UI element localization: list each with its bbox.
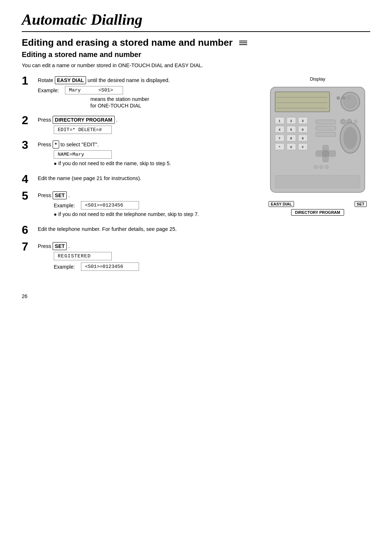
- step-2-content: Press DIRECTORY PROGRAM . EDIT=* DELETE=…: [38, 116, 254, 134]
- display-box-7: REGISTERED: [54, 252, 112, 260]
- step-4-text: Edit the name (see page 21 for instructi…: [38, 175, 254, 182]
- example-display-7: <S01>=0123456: [81, 262, 139, 271]
- svg-point-37: [340, 119, 346, 124]
- step-7-display: REGISTERED: [54, 252, 254, 260]
- directory-program-label-container: DIRECTORY PROGRAM: [265, 209, 370, 216]
- step-number-5: 5: [22, 190, 38, 201]
- example-display-5: <S01>=0123456: [81, 201, 139, 209]
- step-1-content: Rotate EASY DIAL until the desired name …: [38, 76, 254, 109]
- svg-point-9: [347, 96, 351, 100]
- step-3-content: Press * to select "EDIT". NAME=Mary If y…: [38, 140, 254, 168]
- step-number-4: 4: [22, 173, 38, 185]
- set-key-7: SET: [53, 242, 67, 250]
- svg-text:0: 0: [290, 145, 292, 149]
- step-7-content: Press SET . REGISTERED Example: <S01>=01…: [38, 242, 254, 272]
- section-title: Editing and erasing a stored name and nu…: [22, 37, 370, 48]
- means-text: means the station numberfor ONE-TOUCH DI…: [90, 96, 254, 109]
- step-6-text: Edit the telephone number. For further d…: [38, 225, 254, 233]
- step-1-text: Rotate EASY DIAL until the desired name …: [38, 76, 254, 84]
- example-label-5: Example:: [54, 203, 77, 208]
- steps-column: 1 Rotate EASY DIAL until the desired nam…: [22, 76, 254, 279]
- step-5: 5 Press SET . Example: <S01>=0123456 If …: [22, 191, 254, 219]
- svg-text:7: 7: [278, 137, 280, 140]
- step-4-content: Edit the name (see page 21 for instructi…: [38, 175, 254, 184]
- svg-point-42: [322, 150, 329, 157]
- svg-text:8: 8: [290, 137, 292, 140]
- svg-rect-1: [275, 92, 330, 112]
- svg-point-8: [342, 96, 346, 100]
- step-number-7: 7: [22, 241, 38, 252]
- svg-rect-34: [316, 120, 336, 124]
- svg-text:*: *: [279, 145, 280, 149]
- set-button-label: SET: [355, 201, 367, 207]
- svg-rect-48: [275, 175, 360, 188]
- svg-rect-35: [316, 126, 336, 130]
- example-label-1: Example:: [38, 87, 61, 93]
- step-5-example: Example: <S01>=0123456: [54, 201, 254, 209]
- svg-text:3: 3: [302, 119, 303, 123]
- display-label: Display: [265, 76, 370, 82]
- display-box-2: EDIT=* DELETE=#: [54, 126, 112, 134]
- svg-text:#: #: [302, 145, 303, 149]
- subsection-title: Editing a stored name and number: [22, 50, 370, 59]
- svg-text:9: 9: [302, 137, 303, 140]
- svg-text:6: 6: [302, 128, 303, 131]
- svg-text:1: 1: [278, 119, 280, 123]
- step-6: 6 Edit the telephone number. For further…: [22, 225, 254, 236]
- svg-point-45: [325, 165, 328, 169]
- svg-point-7: [336, 96, 340, 100]
- step-3-display: NAME=Mary: [54, 150, 254, 159]
- step-1-example: Example: Mary <S01>: [38, 86, 254, 94]
- step-7: 7 Press SET . REGISTERED Example: <S01>=…: [22, 242, 254, 272]
- step-number-1: 1: [22, 75, 38, 86]
- step-1: 1 Rotate EASY DIAL until the desired nam…: [22, 76, 254, 109]
- step-5-content: Press SET . Example: <S01>=0123456 If yo…: [38, 191, 254, 219]
- device-illustration: 1 2 3 4 5 6 7 8 9: [265, 85, 370, 199]
- set-key-5: SET: [53, 191, 67, 199]
- example-label-7: Example:: [54, 264, 77, 270]
- svg-point-47: [344, 127, 357, 149]
- step-2: 2 Press DIRECTORY PROGRAM . EDIT=* DELET…: [22, 116, 254, 134]
- intro-text: You can edit a name or number stored in …: [22, 62, 370, 68]
- device-bottom-labels: EASY DIAL SET: [269, 201, 367, 207]
- step-number-2: 2: [22, 114, 38, 126]
- step-2-text: Press DIRECTORY PROGRAM .: [38, 116, 254, 124]
- page-number: 26: [22, 293, 370, 299]
- easy-dial-button-label: EASY DIAL: [269, 201, 294, 207]
- display-box-3: NAME=Mary: [54, 150, 112, 159]
- step-4: 4 Edit the name (see page 21 for instruc…: [22, 175, 254, 185]
- step-7-text: Press SET .: [38, 242, 254, 250]
- step-number-3: 3: [22, 139, 38, 151]
- step-number-6: 6: [22, 224, 38, 236]
- svg-point-43: [314, 165, 318, 169]
- lines-icon: [239, 41, 247, 45]
- step-5-note: If you do not need to edit the telephone…: [54, 211, 254, 218]
- svg-text:2: 2: [290, 119, 292, 123]
- page-title: Automatic Dialling: [22, 11, 370, 32]
- example-display-1: Mary <S01>: [65, 86, 123, 94]
- star-key: *: [53, 140, 59, 148]
- svg-text:4: 4: [278, 128, 280, 131]
- directory-program-button-label: DIRECTORY PROGRAM: [291, 209, 344, 216]
- step-3-text: Press * to select "EDIT".: [38, 140, 254, 148]
- step-2-display: EDIT=* DELETE=#: [54, 126, 254, 134]
- directory-program-key-2: DIRECTORY PROGRAM: [53, 116, 114, 124]
- svg-text:5: 5: [290, 128, 292, 131]
- step-3-note: If you do not need to edit the name, ski…: [54, 160, 254, 167]
- step-6-content: Edit the telephone number. For further d…: [38, 225, 254, 235]
- step-5-text: Press SET .: [38, 191, 254, 199]
- svg-point-39: [354, 120, 358, 123]
- svg-point-44: [319, 165, 323, 169]
- step-7-example: Example: <S01>=0123456: [54, 262, 254, 271]
- device-column: Display: [265, 76, 370, 216]
- svg-rect-36: [316, 132, 336, 137]
- easy-dial-key-1: EASY DIAL: [55, 76, 86, 84]
- step-3: 3 Press * to select "EDIT". NAME=Mary If…: [22, 140, 254, 168]
